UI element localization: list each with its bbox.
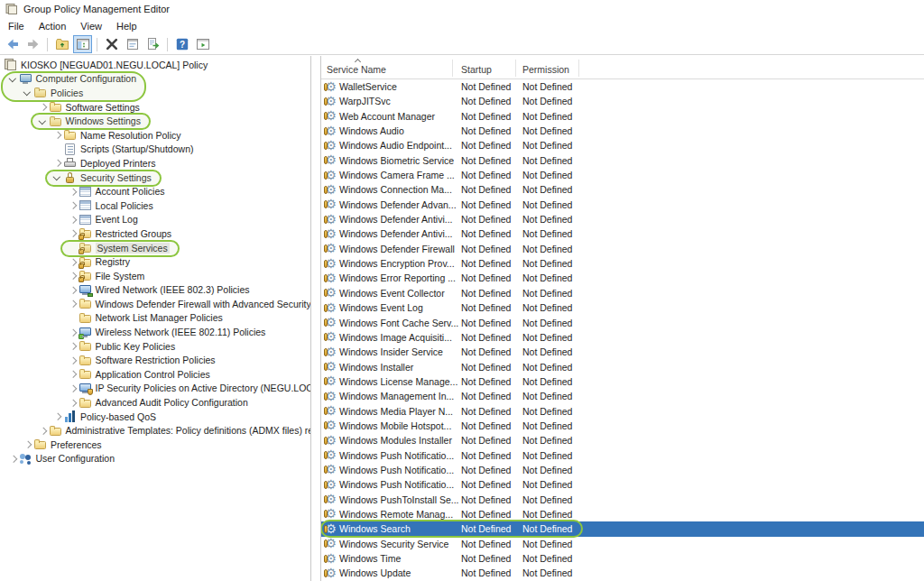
tree-item[interactable]: Name Resolution Policy	[0, 128, 310, 143]
service-row[interactable]: Windows TimeNot DefinedNot Defined	[321, 551, 924, 566]
tree-item[interactable]: Scripts (Startup/Shutdown)	[0, 143, 310, 157]
back-button[interactable]	[3, 35, 22, 53]
tree-item[interactable]: Security Settings	[0, 171, 310, 185]
tree-item[interactable]: Registry	[0, 254, 310, 269]
tree-item[interactable]: System Services	[0, 241, 310, 255]
service-row[interactable]: Windows Push Notificatio...Not DefinedNo…	[321, 463, 924, 477]
show-console-tree-button[interactable]	[73, 35, 92, 53]
menu-action[interactable]: Action	[32, 20, 74, 32]
tree-item[interactable]: Deployed Printers	[0, 156, 310, 171]
tree-item[interactable]: File System	[0, 269, 310, 283]
service-row[interactable]: Windows Event CollectorNot DefinedNot De…	[321, 286, 924, 300]
expand-chevron-icon[interactable]	[67, 214, 79, 225]
tree-item[interactable]: Public Key Policies	[0, 339, 310, 354]
tree-item[interactable]: Windows Settings	[0, 114, 310, 128]
expand-chevron-icon[interactable]	[67, 200, 79, 211]
expand-chevron-icon[interactable]	[67, 383, 79, 393]
tree-item[interactable]: Software Restriction Policies	[0, 353, 310, 367]
help-button[interactable]: ?	[172, 35, 191, 53]
expand-chevron-icon[interactable]	[51, 411, 64, 422]
tree-item[interactable]: Restricted Groups	[0, 226, 310, 241]
service-row[interactable]: Windows Audio Endpoint...Not DefinedNot …	[321, 138, 924, 152]
tree-item[interactable]: Wired Network (IEEE 802.3) Policies	[0, 283, 310, 298]
service-row[interactable]: WalletServiceNot DefinedNot Defined	[321, 79, 924, 94]
expand-chevron-icon[interactable]	[37, 425, 50, 436]
service-row[interactable]: Windows Remote Manag...Not DefinedNot De…	[321, 507, 924, 521]
expand-chevron-icon[interactable]	[67, 369, 79, 380]
expand-chevron-icon[interactable]	[51, 130, 64, 141]
service-row[interactable]: Windows Push Notificatio...Not DefinedNo…	[321, 477, 924, 492]
tree-item[interactable]: Event Log	[0, 213, 310, 227]
menu-view[interactable]: View	[73, 20, 109, 32]
tree-item[interactable]: Administrative Templates: Policy definit…	[0, 423, 310, 438]
service-row[interactable]: Windows Camera Frame ...Not DefinedNot D…	[321, 168, 924, 182]
service-row[interactable]: Windows AudioNot DefinedNot Defined	[321, 124, 924, 138]
expand-chevron-icon[interactable]	[22, 439, 34, 450]
service-row[interactable]: Windows Event LogNot DefinedNot Defined	[321, 300, 924, 315]
column-header-permission[interactable]: Permission	[522, 64, 569, 75]
service-row[interactable]: Windows Insider ServiceNot DefinedNot De…	[321, 345, 924, 359]
service-row[interactable]: Windows Font Cache Serv...Not DefinedNot…	[321, 316, 924, 330]
expand-chevron-icon[interactable]	[51, 158, 64, 169]
expand-chevron-icon[interactable]	[67, 271, 79, 281]
service-row[interactable]: Windows Image Acquisiti...Not DefinedNot…	[321, 330, 924, 345]
expand-chevron-icon[interactable]	[67, 355, 79, 365]
service-row[interactable]: Windows Error Reporting ...Not DefinedNo…	[321, 271, 924, 285]
service-row[interactable]: Windows Modules InstallerNot DefinedNot …	[321, 433, 924, 447]
tree-item[interactable]: Local Policies	[0, 198, 310, 213]
expand-chevron-icon[interactable]	[67, 256, 79, 267]
service-row[interactable]: Windows Defender Antivi...Not DefinedNot…	[321, 212, 924, 226]
forward-button[interactable]	[23, 35, 42, 53]
service-row[interactable]: Windows PushToInstall Se...Not DefinedNo…	[321, 493, 924, 507]
tree-item[interactable]: Windows Defender Firewall with Advanced …	[0, 297, 310, 311]
column-divider[interactable]	[578, 60, 579, 77]
column-header-service-name[interactable]: Service Name	[327, 64, 386, 75]
show-properties-window-button[interactable]	[193, 35, 212, 53]
collapse-chevron-icon[interactable]	[7, 73, 20, 84]
collapse-chevron-icon[interactable]	[51, 172, 64, 183]
expand-chevron-icon[interactable]	[67, 299, 79, 309]
tree-item[interactable]: IP Security Policies on Active Directory…	[0, 382, 310, 396]
service-row[interactable]: Windows Defender FirewallNot DefinedNot …	[321, 242, 924, 256]
service-row[interactable]: Windows InstallerNot DefinedNot Defined	[321, 360, 924, 374]
service-row[interactable]: Windows SearchNot DefinedNot Defined	[321, 521, 924, 536]
delete-button[interactable]	[102, 35, 121, 53]
tree-item[interactable]: Policy-based QoS	[0, 410, 310, 424]
service-row[interactable]: Windows Push Notificatio...Not DefinedNo…	[321, 448, 924, 463]
service-row[interactable]: Windows Media Player N...Not DefinedNot …	[321, 404, 924, 419]
service-row[interactable]: Windows Connection Ma...Not DefinedNot D…	[321, 182, 924, 197]
service-row[interactable]: Windows Defender Advan...Not DefinedNot …	[321, 198, 924, 212]
column-divider[interactable]	[452, 60, 453, 77]
expand-chevron-icon[interactable]	[67, 397, 79, 408]
service-row[interactable]: Web Account ManagerNot DefinedNot Define…	[321, 109, 924, 124]
tree-item[interactable]: Preferences	[0, 438, 310, 452]
service-row[interactable]: Windows License Manage...Not DefinedNot …	[321, 374, 924, 389]
column-header-startup[interactable]: Startup	[461, 64, 492, 75]
tree-item[interactable]: Network List Manager Policies	[0, 311, 310, 326]
column-divider[interactable]	[515, 60, 516, 77]
service-row[interactable]: Windows UpdateNot DefinedNot Defined	[321, 566, 924, 580]
tree-item[interactable]: Software Settings	[0, 100, 310, 115]
expand-chevron-icon[interactable]	[67, 327, 79, 337]
collapse-chevron-icon[interactable]	[37, 115, 50, 126]
tree-item[interactable]: Computer Configuration	[0, 72, 310, 87]
tree-item[interactable]: Account Policies	[0, 184, 310, 198]
expand-chevron-icon[interactable]	[67, 284, 79, 295]
expand-chevron-icon[interactable]	[67, 186, 79, 197]
menu-help[interactable]: Help	[109, 20, 144, 32]
properties-button[interactable]	[123, 35, 142, 53]
expand-chevron-icon[interactable]	[37, 102, 50, 113]
expand-chevron-icon[interactable]	[7, 453, 20, 464]
tree-item[interactable]: Advanced Audit Policy Configuration	[0, 395, 310, 410]
export-list-button[interactable]	[143, 35, 162, 53]
expand-chevron-icon[interactable]	[67, 341, 79, 352]
tree-item[interactable]: User Configuration	[0, 452, 310, 466]
tree-item[interactable]: Policies	[0, 86, 310, 100]
service-row[interactable]: Windows Encryption Prov...Not DefinedNot…	[321, 256, 924, 271]
service-row[interactable]: WarpJITSvcNot DefinedNot Defined	[321, 94, 924, 108]
tree-item[interactable]: KIOSKO [NEGUAD01.NEGU.LOCAL] Policy	[0, 58, 310, 72]
tree-item[interactable]: Wireless Network (IEEE 802.11) Policies	[0, 325, 310, 339]
service-row[interactable]: Windows Mobile Hotspot...Not DefinedNot …	[321, 419, 924, 433]
service-row[interactable]: Windows Defender Antivi...Not DefinedNot…	[321, 226, 924, 241]
service-row[interactable]: Windows Biometric ServiceNot DefinedNot …	[321, 153, 924, 168]
